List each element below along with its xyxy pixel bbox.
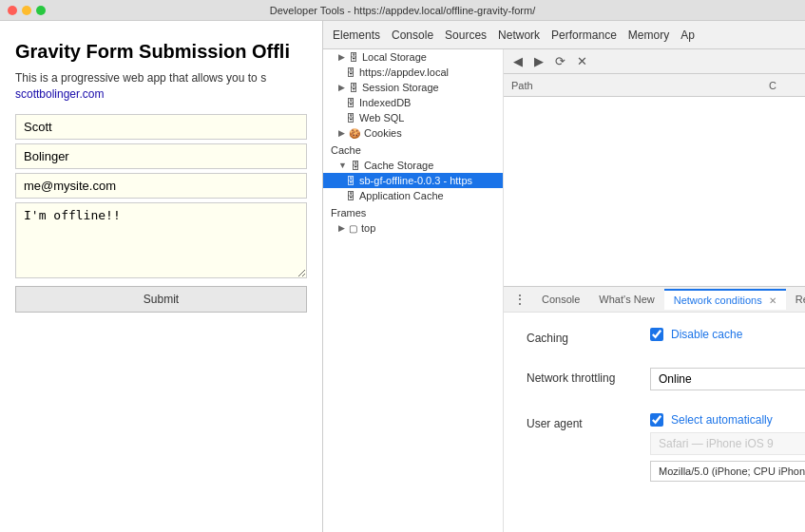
session-storage-label: Session Storage <box>362 82 439 93</box>
network-throttling-control: Online Offline Slow 3G Fast 3G <box>650 368 805 390</box>
sidebar-tree: ▶ 🗄 Local Storage 🗄 https://appdev.local… <box>323 49 504 532</box>
tree-cookies[interactable]: ▶ 🍪 Cookies <box>323 125 503 141</box>
cache-storage-entry-label: sb-gf-offline-0.0.3 - https <box>359 175 472 186</box>
window-title: Developer Tools - https://appdev.local/o… <box>270 5 535 16</box>
col-c: C <box>769 80 797 91</box>
email-input[interactable] <box>15 173 307 199</box>
user-agent-block: Select automatically Safari — iPhone iOS… <box>650 413 805 482</box>
user-agent-checkbox-row: Select automatically <box>650 413 805 427</box>
toolbar-row: ◀ ▶ ⟳ ✕ <box>504 49 805 74</box>
network-throttling-label: Network throttling <box>527 368 650 385</box>
frames-section-label: Frames <box>323 203 503 220</box>
network-throttling-row: Network throttling Online Offline Slow 3… <box>527 368 782 390</box>
close-button[interactable]: ✕ <box>573 52 591 70</box>
tab-elements[interactable]: Elements <box>327 27 386 44</box>
arrow-session-storage: ▶ <box>338 83 345 92</box>
disable-cache-label: Disable cache <box>671 328 742 341</box>
bottom-tabs: ⋮ Console What's New Network conditions … <box>504 286 805 313</box>
local-storage-url-label: https://appdev.local <box>359 66 449 78</box>
disable-cache-checkbox[interactable] <box>650 328 663 341</box>
page-subtitle: This is a progressive web app that allow… <box>15 70 307 103</box>
tree-frames-top[interactable]: ▶ ▢ top <box>323 220 503 236</box>
user-agent-select[interactable]: Safari — iPhone iOS 9 <box>650 432 805 455</box>
user-agent-control: Select automatically Safari — iPhone iOS… <box>650 413 805 482</box>
tab-performance[interactable]: Performance <box>546 27 623 44</box>
close-button[interactable] <box>8 6 17 15</box>
tab-memory[interactable]: Memory <box>623 27 675 44</box>
tab-network[interactable]: Network <box>492 27 546 44</box>
user-agent-select-wrapper: Safari — iPhone iOS 9 <box>650 432 805 455</box>
back-button[interactable]: ◀ <box>509 52 527 70</box>
throttling-select[interactable]: Online Offline Slow 3G Fast 3G <box>650 368 805 390</box>
select-automatically-label: Select automatically <box>671 413 773 427</box>
main-container: Gravity Form Submission Offli This is a … <box>0 21 805 532</box>
submit-button[interactable]: Submit <box>15 286 307 313</box>
websql-label: Web SQL <box>359 112 405 124</box>
tab-rendering[interactable]: Rendering <box>786 290 805 309</box>
tree-local-storage-url[interactable]: 🗄 https://appdev.local <box>323 65 503 80</box>
user-agent-row: User agent Select automatically Safari —… <box>527 413 782 482</box>
page-title: Gravity Form Submission Offli <box>15 40 307 63</box>
tree-cache-storage[interactable]: ▼ 🗄 Cache Storage <box>323 158 503 173</box>
devtools-body: ▶ 🗄 Local Storage 🗄 https://appdev.local… <box>323 49 805 532</box>
devtools-main: ◀ ▶ ⟳ ✕ Path C ⋮ Console What's New <box>504 49 805 532</box>
arrow-cache-storage: ▼ <box>338 161 347 170</box>
devtools-nav: Elements Console Sources Network Perform… <box>323 21 805 49</box>
forward-button[interactable]: ▶ <box>530 52 547 70</box>
web-panel: Gravity Form Submission Offli This is a … <box>0 21 323 532</box>
application-cache-label: Application Cache <box>359 190 444 201</box>
maximize-button[interactable] <box>36 6 46 15</box>
frames-top-label: top <box>361 222 375 234</box>
tree-websql[interactable]: 🗄 Web SQL <box>323 110 503 125</box>
tree-indexeddb[interactable]: 🗄 IndexedDB <box>323 95 503 110</box>
cache-section-label: Cache <box>323 141 503 158</box>
arrow-local-storage: ▶ <box>338 52 345 62</box>
message-textarea[interactable]: I'm offline!! <box>15 202 307 278</box>
tree-application-cache[interactable]: 🗄 Application Cache <box>323 188 503 203</box>
tab-console-bottom[interactable]: Console <box>532 290 589 309</box>
tree-local-storage[interactable]: ▶ 🗄 Local Storage <box>323 49 503 65</box>
first-name-input[interactable] <box>15 114 307 140</box>
table-header: Path C <box>504 74 805 97</box>
caching-label: Caching <box>527 328 650 345</box>
tree-session-storage[interactable]: ▶ 🗄 Session Storage <box>323 80 503 95</box>
cache-storage-label: Cache Storage <box>364 160 433 171</box>
user-agent-label: User agent <box>527 413 650 430</box>
col-path: Path <box>511 80 761 91</box>
window-controls <box>8 6 46 15</box>
user-agent-string-input[interactable] <box>650 461 805 482</box>
devtools-panel: Elements Console Sources Network Perform… <box>323 21 805 532</box>
page-link[interactable]: scottbolinger.com <box>15 87 104 101</box>
more-tabs-button[interactable]: ⋮ <box>508 290 532 309</box>
close-tab-icon[interactable]: ✕ <box>769 295 776 306</box>
select-automatically-checkbox[interactable] <box>650 413 663 427</box>
caching-row: Caching Disable cache <box>527 328 782 345</box>
caching-control: Disable cache <box>650 328 782 341</box>
empty-content-area <box>504 97 805 286</box>
tab-whats-new[interactable]: What's New <box>589 290 663 309</box>
tab-app[interactable]: Ap <box>675 27 700 44</box>
cookies-label: Cookies <box>364 127 402 139</box>
tab-sources[interactable]: Sources <box>439 27 492 44</box>
last-name-input[interactable] <box>15 143 307 169</box>
refresh-button[interactable]: ⟳ <box>551 52 569 70</box>
tree-cache-storage-entry[interactable]: 🗄 sb-gf-offline-0.0.3 - https <box>323 173 503 188</box>
tab-console[interactable]: Console <box>386 27 439 44</box>
arrow-cookies: ▶ <box>338 128 345 138</box>
throttling-select-wrapper: Online Offline Slow 3G Fast 3G <box>650 368 805 390</box>
conditions-panel: Caching Disable cache Network throttling <box>504 313 805 532</box>
indexeddb-label: IndexedDB <box>359 97 411 108</box>
title-bar: Developer Tools - https://appdev.local/o… <box>0 0 805 21</box>
arrow-frames-top: ▶ <box>338 223 345 233</box>
local-storage-label: Local Storage <box>362 51 427 63</box>
tab-network-conditions[interactable]: Network conditions ✕ <box>664 289 786 310</box>
minimize-button[interactable] <box>22 6 31 15</box>
